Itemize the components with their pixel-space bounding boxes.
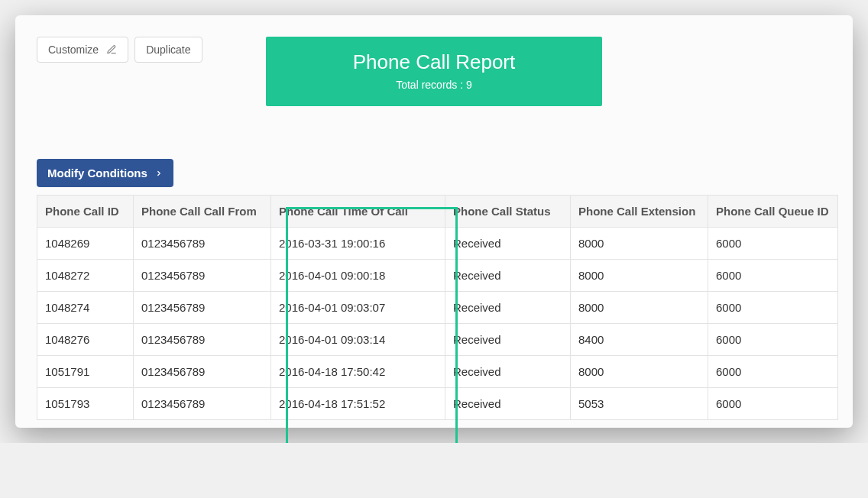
table-cell: 2016-04-01 09:03:14 xyxy=(271,324,445,356)
report-table: Phone Call ID Phone Call Call From Phone… xyxy=(37,195,838,420)
modify-conditions-label: Modify Conditions xyxy=(47,167,147,179)
table-cell: Received xyxy=(445,356,571,388)
pencil-icon xyxy=(106,44,117,55)
table-row[interactable]: 104826901234567892016-03-31 19:00:16Rece… xyxy=(37,228,838,260)
report-subtitle: Total records : 9 xyxy=(281,79,587,91)
table-cell: 8000 xyxy=(571,260,708,292)
table-cell: 0123456789 xyxy=(134,228,271,260)
table-cell: 6000 xyxy=(708,324,838,356)
report-title: Phone Call Report xyxy=(281,50,587,74)
table-cell: 6000 xyxy=(708,388,838,420)
col-header[interactable]: Phone Call Extension xyxy=(571,196,708,228)
table-cell: 1051791 xyxy=(37,356,134,388)
button-group: Customize Duplicate xyxy=(37,37,202,63)
spacer xyxy=(37,128,831,159)
table-cell: 6000 xyxy=(708,228,838,260)
duplicate-button[interactable]: Duplicate xyxy=(134,37,202,63)
table-cell: 8400 xyxy=(571,324,708,356)
table-row[interactable]: 104827201234567892016-04-01 09:00:18Rece… xyxy=(37,260,838,292)
table-cell: 0123456789 xyxy=(134,356,271,388)
col-header[interactable]: Phone Call Time Of Call xyxy=(271,196,445,228)
table-cell: 1048269 xyxy=(37,228,134,260)
col-header[interactable]: Phone Call ID xyxy=(37,196,134,228)
table-cell: 1048272 xyxy=(37,260,134,292)
table-cell: 0123456789 xyxy=(134,324,271,356)
table-cell: 1051793 xyxy=(37,388,134,420)
table-row[interactable]: 104827601234567892016-04-01 09:03:14Rece… xyxy=(37,324,838,356)
table-cell: 6000 xyxy=(708,292,838,324)
table-cell: 0123456789 xyxy=(134,388,271,420)
table-cell: 2016-03-31 19:00:16 xyxy=(271,228,445,260)
table-row[interactable]: 105179101234567892016-04-18 17:50:42Rece… xyxy=(37,356,838,388)
col-header[interactable]: Phone Call Queue ID xyxy=(708,196,838,228)
table-cell: 0123456789 xyxy=(134,292,271,324)
table-cell: 1048274 xyxy=(37,292,134,324)
top-row: Customize Duplicate Phone Call Report To… xyxy=(37,37,831,128)
table-row[interactable]: 104827401234567892016-04-01 09:03:07Rece… xyxy=(37,292,838,324)
table-cell: 6000 xyxy=(708,260,838,292)
col-header[interactable]: Phone Call Call From xyxy=(134,196,271,228)
report-banner: Phone Call Report Total records : 9 xyxy=(266,37,602,106)
table-cell: Received xyxy=(445,260,571,292)
table-cell: 0123456789 xyxy=(134,260,271,292)
table-cell: 8000 xyxy=(571,228,708,260)
table-cell: 2016-04-18 17:51:52 xyxy=(271,388,445,420)
table-cell: 2016-04-01 09:03:07 xyxy=(271,292,445,324)
table-cell: 8000 xyxy=(571,356,708,388)
customize-button[interactable]: Customize xyxy=(37,37,128,63)
chevron-right-icon xyxy=(155,168,163,179)
table-cell: 2016-04-01 09:00:18 xyxy=(271,260,445,292)
report-card: Customize Duplicate Phone Call Report To… xyxy=(15,15,853,428)
table-cell: 6000 xyxy=(708,356,838,388)
table-cell: 8000 xyxy=(571,292,708,324)
col-header[interactable]: Phone Call Status xyxy=(445,196,571,228)
duplicate-label: Duplicate xyxy=(146,44,190,56)
table-cell: 1048276 xyxy=(37,324,134,356)
table-row[interactable]: 105179301234567892016-04-18 17:51:52Rece… xyxy=(37,388,838,420)
table-cell: 2016-04-18 17:50:42 xyxy=(271,356,445,388)
table-cell: Received xyxy=(445,228,571,260)
customize-label: Customize xyxy=(48,44,99,56)
table-cell: 5053 xyxy=(571,388,708,420)
table-cell: Received xyxy=(445,324,571,356)
table-cell: Received xyxy=(445,388,571,420)
modify-conditions-button[interactable]: Modify Conditions xyxy=(37,159,173,187)
table-header-row: Phone Call ID Phone Call Call From Phone… xyxy=(37,196,838,228)
table-cell: Received xyxy=(445,292,571,324)
